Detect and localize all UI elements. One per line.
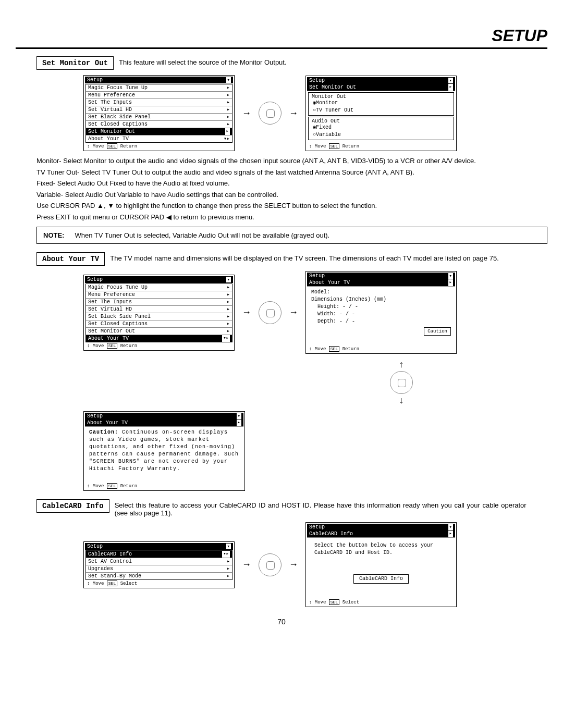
desc-about-tv: The TV model name and dimensions will be… (105, 252, 499, 262)
chevron-down-icon: ▾ (448, 78, 453, 83)
osd-set-monitor-out: Setup▾ Set Monitor Out▸ Monitor Out ◉Mon… (305, 76, 457, 151)
arrow-right-icon: → (289, 108, 298, 119)
chevron-down-icon: ▾ (226, 277, 231, 282)
page-number: 70 (16, 618, 547, 626)
osd-setup-menu-1: Setup▾ Magic Focus Tune Up▸ Menu Prefere… (83, 75, 235, 151)
chevron-down-icon: ▾ (237, 413, 241, 419)
chevron-down-icon: ▾ (448, 273, 453, 279)
label-set-monitor-out: Set Monitor Out (36, 56, 114, 70)
chevron-down-icon: ▾ (226, 544, 231, 549)
osd-caution-screen: Setup▾ About Your TV▸ Caution: Continuou… (83, 411, 245, 491)
page-title: SETUP (16, 26, 547, 49)
chevron-down-icon: ▾ (448, 524, 453, 530)
note-box: NOTE:When TV Tuner Out is selected, Vari… (36, 227, 547, 244)
remote-select-button (259, 102, 282, 125)
osd-about-your-tv: Setup▾ About Your TV▸ Model: Dimensions … (305, 271, 457, 354)
para-fixed: Fixed- Select Audio Out Fixed to have th… (36, 179, 547, 188)
arrow-down-icon: ↓ (399, 395, 404, 406)
label-cablecard: CableCARD Info (36, 499, 109, 513)
osd-setup-menu-2: Setup▾ Magic Focus Tune Up▸ Menu Prefere… (83, 275, 235, 351)
label-about-tv: About Your TV (36, 252, 105, 266)
para-monitor: Monitor- Select Monitor to output the au… (36, 156, 547, 166)
desc-cablecard: Select this feature to access your Cable… (109, 499, 527, 517)
para-tvtuner: TV Tuner Out- Select TV Tuner Out to out… (36, 168, 547, 177)
arrow-right-icon: → (289, 559, 298, 570)
remote-select-button (259, 553, 282, 576)
osd-cablecard-info: Setup▾ CableCARD Info▸ Select the button… (305, 522, 457, 607)
para-variable: Variable- Select Audio Out Variable to h… (36, 190, 547, 200)
cablecard-info-button: CableCARD Info (353, 574, 409, 584)
arrow-right-icon: → (242, 108, 251, 119)
arrow-right-icon: → (242, 307, 251, 318)
chevron-down-icon: ▾ (226, 77, 231, 83)
desc-set-monitor-out: This feature will select the source of t… (114, 56, 287, 66)
arrow-right-icon: → (242, 559, 251, 570)
remote-select-button (259, 301, 282, 324)
para-exit: Press EXIT to quit menu or CURSOR PAD ◀ … (36, 213, 547, 222)
para-cursor: Use CURSOR PAD ▲, ▼ to highlight the fun… (36, 201, 547, 211)
arrow-right-icon: → (289, 307, 298, 318)
caution-button: Caution (424, 327, 451, 336)
arrow-down-icon: ↑ (399, 359, 404, 370)
osd-cable-menu: Setup▾ CableCARD Info▾▸ Set AV Control▸ … (83, 541, 235, 588)
remote-select-button (390, 371, 413, 394)
